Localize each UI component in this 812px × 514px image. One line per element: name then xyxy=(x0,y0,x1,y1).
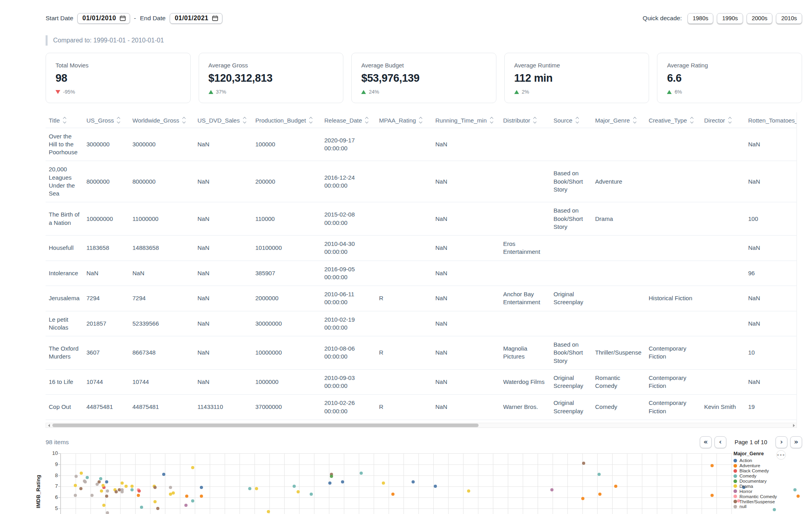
column-header-creative_type[interactable]: Creative_Type xyxy=(645,112,701,128)
scatter-point[interactable] xyxy=(130,488,134,491)
scatter-point[interactable] xyxy=(598,493,601,496)
scatter-point[interactable] xyxy=(84,480,87,483)
end-date-input[interactable]: 01/01/2021 xyxy=(170,13,222,24)
scatter-point[interactable] xyxy=(105,480,108,483)
scatter-point[interactable] xyxy=(382,481,385,485)
legend-item[interactable]: Horror xyxy=(733,489,793,494)
scatter-point[interactable] xyxy=(467,489,470,493)
scatter-point[interactable] xyxy=(74,494,77,497)
column-header-director[interactable]: Director xyxy=(701,112,745,128)
scatter-point[interactable] xyxy=(434,485,437,488)
scroll-left-arrow-icon[interactable] xyxy=(46,423,52,428)
scatter-point[interactable] xyxy=(102,484,105,487)
scatter-point[interactable] xyxy=(184,504,188,507)
scatter-point[interactable] xyxy=(297,490,300,493)
scatter-point[interactable] xyxy=(138,489,141,493)
scatter-point[interactable] xyxy=(100,489,103,493)
column-header-us_dvd_sales[interactable]: US_DVD_Sales xyxy=(194,112,252,128)
column-header-running_time_min[interactable]: Running_Time_min xyxy=(432,112,500,128)
next-page-button[interactable]: › xyxy=(776,436,787,448)
legend-item[interactable]: Action xyxy=(733,458,793,463)
column-header-us_gross[interactable]: US_Gross xyxy=(83,112,129,128)
scatter-point[interactable] xyxy=(130,485,134,488)
scatter-point[interactable] xyxy=(124,485,128,488)
column-header-title[interactable]: Title xyxy=(46,112,83,128)
decade-button-1980s[interactable]: 1980s xyxy=(688,13,714,24)
calendar-icon[interactable] xyxy=(212,15,218,21)
legend-item[interactable]: Romantic Comedy xyxy=(733,494,793,499)
column-header-major_genre[interactable]: Major_Genre xyxy=(592,112,645,128)
scatter-point[interactable] xyxy=(121,490,124,493)
chart-options-button[interactable]: ●●● xyxy=(776,450,786,460)
scatter-point[interactable] xyxy=(162,473,165,476)
scatter-point[interactable] xyxy=(153,486,157,489)
legend-item[interactable]: Drama xyxy=(733,483,793,489)
scatter-point[interactable] xyxy=(137,494,140,497)
scatter-point[interactable] xyxy=(581,497,584,500)
table-horizontal-scrollbar[interactable] xyxy=(46,423,797,428)
scrollbar-thumb[interactable] xyxy=(52,424,479,427)
prev-page-button[interactable]: ‹ xyxy=(714,436,726,448)
scatter-point[interactable] xyxy=(330,475,333,478)
scatter-point[interactable] xyxy=(550,488,553,491)
decade-button-2000s[interactable]: 2000s xyxy=(747,13,773,24)
scrollbar-track[interactable] xyxy=(52,423,791,428)
scatter-point[interactable] xyxy=(582,462,585,465)
calendar-icon[interactable] xyxy=(120,15,126,21)
column-header-rotten_tomatoes_rating[interactable]: Rotten_Tomatoes_Rating xyxy=(745,112,797,128)
scatter-point[interactable] xyxy=(140,506,143,509)
scatter-point[interactable] xyxy=(797,495,800,498)
legend-item[interactable]: Documentary xyxy=(733,479,793,484)
legend-item[interactable]: Black Comedy xyxy=(733,468,793,474)
scroll-right-arrow-icon[interactable] xyxy=(791,423,797,428)
scatter-point[interactable] xyxy=(153,500,157,503)
legend-item[interactable]: Adventure xyxy=(733,463,793,468)
column-header-mpaa_rating[interactable]: MPAA_Rating xyxy=(376,112,432,128)
scatter-point[interactable] xyxy=(710,464,714,467)
scatter-point[interactable] xyxy=(710,494,714,497)
scatter-point[interactable] xyxy=(74,484,77,487)
scatter-point[interactable] xyxy=(105,495,108,498)
column-header-distributor[interactable]: Distributor xyxy=(500,112,550,128)
scatter-point[interactable] xyxy=(614,485,617,488)
scatter-point[interactable] xyxy=(200,486,203,489)
scatter-point[interactable] xyxy=(115,490,118,493)
scatter-point[interactable] xyxy=(412,480,415,483)
scatter-point[interactable] xyxy=(341,480,344,483)
scatter-point[interactable] xyxy=(102,504,105,507)
scatter-point[interactable] xyxy=(200,495,203,498)
scatter-point[interactable] xyxy=(328,481,331,485)
scatter-point[interactable] xyxy=(248,487,251,490)
scatter-point[interactable] xyxy=(191,466,194,469)
decade-button-1990s[interactable]: 1990s xyxy=(717,13,743,24)
scatter-point[interactable] xyxy=(75,475,78,478)
scatter-point[interactable] xyxy=(106,511,109,514)
scatter-point[interactable] xyxy=(293,485,296,488)
scatter-point[interactable] xyxy=(80,472,83,475)
column-header-production_budget[interactable]: Production_Budget xyxy=(252,112,321,128)
scatter-point[interactable] xyxy=(106,489,109,493)
legend-item[interactable]: Thriller/Suspense xyxy=(733,499,793,504)
scatter-point[interactable] xyxy=(310,493,313,496)
decade-button-2010s[interactable]: 2010s xyxy=(776,13,802,24)
last-page-button[interactable]: » xyxy=(790,436,802,448)
column-header-worldwide_gross[interactable]: Worldwide_Gross xyxy=(129,112,194,128)
scatter-point[interactable] xyxy=(169,486,172,489)
scatter-point[interactable] xyxy=(156,507,159,510)
column-header-source[interactable]: Source xyxy=(550,112,592,128)
scatter-point[interactable] xyxy=(79,487,82,490)
scatter-point[interactable] xyxy=(185,495,188,498)
scatter-point[interactable] xyxy=(98,480,101,483)
legend-item[interactable]: null xyxy=(733,504,793,509)
first-page-button[interactable]: « xyxy=(700,436,712,448)
scatter-point[interactable] xyxy=(191,499,194,502)
start-date-input[interactable]: 01/01/2010 xyxy=(77,13,130,24)
scatter-point[interactable] xyxy=(267,510,270,513)
scatter-point[interactable] xyxy=(86,476,89,479)
scatter-point[interactable] xyxy=(121,481,124,485)
scatter-point[interactable] xyxy=(391,493,395,496)
scatter-point[interactable] xyxy=(90,494,94,497)
scatter-point[interactable] xyxy=(793,488,797,491)
scatter-point[interactable] xyxy=(172,491,175,495)
scatter-point[interactable] xyxy=(360,472,363,475)
